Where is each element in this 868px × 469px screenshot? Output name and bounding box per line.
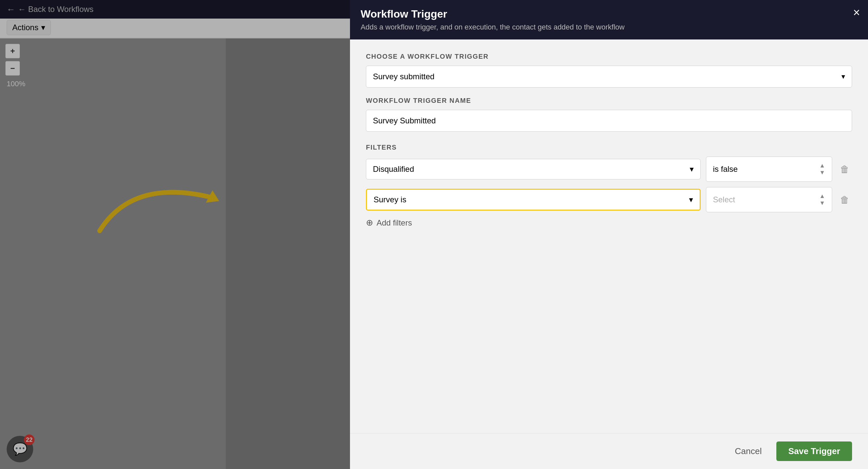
stepper2-down-icon: ▼ [819, 200, 825, 207]
stepper2-up-icon: ▲ [819, 193, 825, 200]
save-trigger-button[interactable]: Save Trigger [776, 441, 852, 461]
filter1-stepper[interactable]: ▲ ▼ [819, 162, 825, 176]
modal-footer: Cancel Save Trigger [350, 433, 868, 469]
filter1-field-dropdown[interactable]: Disqualified ▾ [366, 159, 701, 179]
trigger-chevron-icon: ▾ [841, 72, 845, 81]
add-filters-icon: ⊕ [366, 217, 373, 228]
filter2-stepper[interactable]: ▲ ▼ [819, 193, 825, 207]
add-filters-label: Add filters [377, 218, 412, 228]
trigger-value: Survey submitted [373, 72, 434, 81]
modal-body: CHOOSE A WORKFLOW TRIGGER Survey submitt… [350, 39, 868, 433]
choose-trigger-label: CHOOSE A WORKFLOW TRIGGER [366, 53, 852, 60]
filter-row-2: Survey is ▾ Select ▲ ▼ 🗑 [366, 187, 852, 212]
filter1-field-value: Disqualified [373, 165, 414, 174]
trigger-dropdown[interactable]: Survey submitted ▾ [366, 66, 852, 88]
modal-close-button[interactable]: × [853, 7, 860, 19]
filters-section: FILTERS Disqualified ▾ is false ▲ ▼ 🗑 [366, 144, 852, 228]
filter2-field-value: Survey is [374, 195, 406, 204]
filter1-operator-dropdown[interactable]: is false ▲ ▼ [706, 157, 832, 182]
filter1-field-chevron-icon: ▾ [690, 165, 694, 174]
filter2-field-chevron-icon: ▾ [689, 195, 693, 204]
filter2-value-text: Select [713, 195, 735, 204]
filter2-field-dropdown[interactable]: Survey is ▾ [366, 189, 701, 211]
filters-label: FILTERS [366, 144, 852, 151]
filter-row-1: Disqualified ▾ is false ▲ ▼ 🗑 [366, 157, 852, 182]
stepper-up-icon: ▲ [819, 162, 825, 169]
filter2-delete-button[interactable]: 🗑 [837, 192, 852, 208]
modal-subtitle: Adds a workflow trigger, and on executio… [361, 23, 857, 32]
filter1-delete-button[interactable]: 🗑 [837, 161, 852, 177]
filter1-operator-value: is false [713, 165, 738, 174]
cancel-button[interactable]: Cancel [725, 441, 771, 461]
add-filters-button[interactable]: ⊕ Add filters [366, 217, 412, 228]
modal-panel: Workflow Trigger Adds a workflow trigger… [350, 0, 868, 469]
filter2-value-dropdown[interactable]: Select ▲ ▼ [706, 187, 832, 212]
modal-header: Workflow Trigger Adds a workflow trigger… [350, 0, 868, 39]
modal-title: Workflow Trigger [361, 8, 857, 20]
trigger-name-input[interactable] [366, 110, 852, 132]
trigger-name-label: WORKFLOW TRIGGER NAME [366, 97, 852, 104]
stepper-down-icon: ▼ [819, 169, 825, 176]
